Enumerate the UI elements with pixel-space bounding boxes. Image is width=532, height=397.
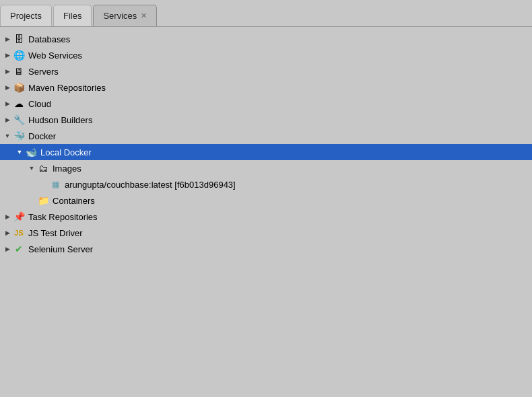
icon-images: 🗂 (36, 161, 50, 175)
label-containers: Containers (53, 196, 95, 206)
icon-databases: 🗄 (12, 32, 26, 46)
tree-item-hudson[interactable]: 🔧 Hudson Builders (0, 112, 532, 128)
label-docker: Docker (28, 131, 56, 141)
toggle-cloud[interactable] (3, 99, 12, 108)
icon-servers: 🖥 (12, 65, 26, 78)
tree-item-servers[interactable]: 🖥 Servers (0, 63, 532, 79)
toggle-databases[interactable] (3, 34, 12, 44)
label-local-docker: Local Docker (40, 147, 92, 157)
label-task-repositories: Task Repositories (28, 212, 98, 222)
icon-containers: 📁 (36, 194, 50, 207)
label-image-couchbase: arungupta/couchbase:latest [f6b013d96943… (65, 180, 236, 190)
icon-cloud: ☁ (12, 97, 26, 110)
tree-item-maven[interactable]: 📦 Maven Repositories (0, 79, 532, 96)
toggle-selenium-server[interactable] (3, 244, 12, 254)
icon-js-test-driver: JS (12, 226, 26, 240)
toggle-web-services[interactable] (3, 50, 12, 60)
icon-web-services: 🌐 (12, 48, 26, 62)
icon-maven: 📦 (12, 81, 26, 94)
services-panel: 🗄 Databases 🌐 Web Services 🖥 Servers 📦 M… (0, 27, 532, 397)
toggle-hudson[interactable] (3, 115, 12, 124)
tab-services[interactable]: Services ✕ (93, 5, 157, 26)
toggle-js-test-driver[interactable] (3, 228, 12, 238)
label-databases: Databases (28, 34, 70, 44)
tree-item-web-services[interactable]: 🌐 Web Services (0, 47, 532, 63)
toggle-local-docker[interactable] (15, 147, 24, 157)
label-maven: Maven Repositories (28, 83, 106, 93)
tree-item-selenium-server[interactable]: ✔ Selenium Server (0, 241, 532, 257)
toggle-images[interactable] (27, 164, 36, 173)
tree-item-docker[interactable]: 🐳 Docker (0, 128, 532, 144)
toggle-servers[interactable] (3, 67, 12, 76)
tree-item-task-repositories[interactable]: 📌 Task Repositories (0, 209, 532, 225)
tab-projects[interactable]: Projects (0, 5, 52, 26)
tab-files[interactable]: Files (53, 5, 92, 26)
icon-docker: 🐳 (12, 129, 26, 143)
tree-item-image-couchbase[interactable]: ▦ arungupta/couchbase:latest [f6b013d969… (0, 176, 532, 192)
tab-bar: Projects Files Services ✕ (0, 0, 532, 27)
toggle-maven[interactable] (3, 83, 12, 92)
icon-image-couchbase: ▦ (48, 178, 62, 191)
label-selenium-server: Selenium Server (28, 244, 93, 254)
toggle-task-repositories[interactable] (3, 212, 12, 221)
tree-item-js-test-driver[interactable]: JS JS Test Driver (0, 225, 532, 241)
toggle-docker[interactable] (3, 131, 12, 141)
label-cloud: Cloud (28, 99, 51, 109)
icon-selenium-server: ✔ (12, 242, 26, 256)
tree-item-cloud[interactable]: ☁ Cloud (0, 96, 532, 112)
icon-task-repositories: 📌 (12, 210, 26, 223)
icon-local-docker: 🐋 (24, 145, 38, 159)
tree-item-databases[interactable]: 🗄 Databases (0, 31, 532, 47)
tab-services-label: Services (103, 11, 137, 21)
label-servers: Servers (28, 67, 59, 77)
label-web-services: Web Services (28, 50, 82, 61)
tree-item-containers[interactable]: 📁 Containers (0, 192, 532, 209)
label-images: Images (53, 164, 81, 174)
label-js-test-driver: JS Test Driver (28, 228, 83, 238)
label-hudson: Hudson Builders (28, 115, 92, 125)
tab-services-close[interactable]: ✕ (141, 11, 147, 20)
tab-projects-label: Projects (10, 11, 42, 21)
tab-files-label: Files (63, 11, 81, 21)
icon-hudson: 🔧 (12, 113, 26, 127)
tree-item-images[interactable]: 🗂 Images (0, 160, 532, 176)
tree-item-local-docker[interactable]: 🐋 Local Docker (0, 144, 532, 160)
